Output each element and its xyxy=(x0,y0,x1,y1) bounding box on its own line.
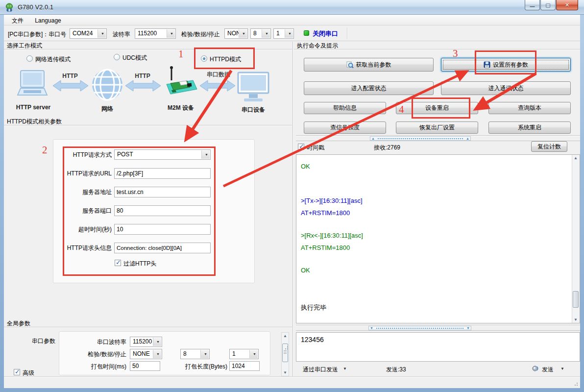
resize-grip[interactable] xyxy=(572,380,578,386)
diagram-http-server-label: HTTP server xyxy=(10,104,57,111)
annotation-box-3 xyxy=(475,50,536,74)
command-section-header: 执行命令及提示 xyxy=(294,42,580,49)
baud-label: 波特率 xyxy=(113,30,130,39)
diagram-network-label: 网络 xyxy=(91,105,123,113)
send-icon xyxy=(532,365,539,372)
window-title: G780 V2.0.1 xyxy=(18,3,53,11)
global-baud-label: 串口波特率 xyxy=(68,338,126,346)
help-info-button[interactable]: 帮助信息 xyxy=(304,102,386,114)
annotation-box-1 xyxy=(194,48,255,69)
factory-reset-button[interactable]: 恢复出厂设置 xyxy=(396,122,478,134)
advanced-checkbox[interactable] xyxy=(14,369,20,375)
diagram-link1-label: HTTP xyxy=(53,73,87,79)
timestamp-checkbox[interactable] xyxy=(298,144,304,150)
serial-device-icon xyxy=(236,72,270,103)
log-output: OK >[Tx->][16:30:11][asc] AT+RSTIM=1800 … xyxy=(296,154,580,323)
network-globe-icon xyxy=(91,69,123,101)
system-restart-button[interactable]: 系统重启 xyxy=(488,122,571,134)
radio-transparent-mode[interactable] xyxy=(26,55,33,62)
global-parity-label: 检验/数据/停止 xyxy=(68,350,126,359)
send-button[interactable]: 发送 xyxy=(542,366,554,374)
radio-udc-mode[interactable] xyxy=(114,54,120,60)
m2m-device-icon xyxy=(165,66,199,103)
annotation-number-3: 3 xyxy=(453,48,458,60)
log-line: >[Rx<-][16:30:11][asc] xyxy=(301,232,363,239)
title-bar: G780 V2.0.1 xyxy=(0,0,584,15)
global-databits-select[interactable]: 8▼ xyxy=(180,349,210,359)
parity-select[interactable]: NONI▼ xyxy=(224,28,248,39)
chevron-down-icon: ▼ xyxy=(343,367,347,371)
sent-count: 发送:33 xyxy=(386,366,406,374)
received-count: 接收:2769 xyxy=(374,144,400,152)
diagram-link3-label: 串口数据 xyxy=(199,71,238,79)
send-bar: 通过串口发送 ▼ 发送:33 发送 ▼ xyxy=(296,362,580,376)
signal-strength-button[interactable]: 查信号强度 xyxy=(304,122,386,134)
log-top-splitter[interactable]: ▲▲ xyxy=(296,135,580,141)
log-bottom-splitter[interactable]: ▼▼ xyxy=(296,325,580,331)
baud-select[interactable]: 115200▼ xyxy=(135,28,176,39)
status-bar xyxy=(4,376,580,388)
http-server-icon xyxy=(14,70,53,102)
enter-comm-button[interactable]: 进入通讯状态 xyxy=(441,81,571,95)
app-window: G780 V2.0.1 文件 Language [PC串口参数]：串口号 COM… xyxy=(0,0,584,392)
com-port-select[interactable]: COM24▼ xyxy=(70,28,107,39)
radio-transparent-mode-label[interactable]: 网络透传模式 xyxy=(35,55,71,64)
log-line: OK xyxy=(301,267,310,274)
enter-config-button[interactable]: 进入配置状态 xyxy=(304,81,434,95)
chevron-down-icon: ▼ xyxy=(560,367,564,371)
annotation-number-2: 2 xyxy=(42,144,48,156)
log-vertical-scrollbar[interactable]: ▲ ▼ xyxy=(572,155,580,323)
annotation-number-1: 1 xyxy=(178,48,184,60)
radio-udc-mode-label[interactable]: UDC模式 xyxy=(122,54,147,62)
databits-select[interactable]: 8▼ xyxy=(250,28,271,39)
pack-time-input[interactable] xyxy=(130,361,160,371)
global-parity-select[interactable]: NONE▼ xyxy=(130,349,162,359)
timestamp-label[interactable]: 时间戳 xyxy=(307,144,324,152)
menu-language[interactable]: Language xyxy=(30,15,66,26)
menu-file[interactable]: 文件 xyxy=(7,15,28,25)
annotation-box-4 xyxy=(412,98,470,119)
reset-count-button[interactable]: 复位计数 xyxy=(531,141,567,152)
pack-len-input[interactable] xyxy=(229,361,260,371)
log-line: AT+RSTIM=1800 xyxy=(301,244,350,251)
get-params-button[interactable]: 获取当前参数 xyxy=(304,58,434,72)
diagram-serial-device-label: 串口设备 xyxy=(233,106,273,114)
stopbits-select[interactable]: 1▼ xyxy=(273,28,294,39)
annotation-box-2 xyxy=(63,147,216,276)
log-line: OK xyxy=(301,163,310,170)
annotation-number-4: 4 xyxy=(399,103,404,116)
app-logo-icon xyxy=(5,3,14,12)
minimize-button[interactable] xyxy=(525,0,540,10)
query-version-button[interactable]: 查询版本 xyxy=(488,102,571,114)
pc-serial-label: [PC串口参数]：串口号 xyxy=(8,30,66,39)
menu-bar: 文件 Language xyxy=(4,15,580,25)
panel-divider xyxy=(292,42,293,376)
double-arrow-icon xyxy=(199,79,236,92)
diagram-link2-label: HTTP xyxy=(125,73,160,79)
send-via-dropdown[interactable]: 通过串口发送 xyxy=(303,366,338,374)
global-section-header: 全局参数 xyxy=(4,319,292,327)
pack-time-label: 打包时间(ms) xyxy=(68,363,126,371)
close-port-button[interactable]: 关闭串口 xyxy=(313,29,338,38)
serial-params-label: 串口参数 xyxy=(14,337,55,345)
parity-label: 检验/数据/停止 xyxy=(181,30,220,39)
log-line: 执行完毕 xyxy=(301,303,326,312)
log-line: AT+RSTIM=1800 xyxy=(301,209,350,217)
global-baud-select[interactable]: 115200▼ xyxy=(130,337,162,347)
httpd-section-header: HTTPD模式相关参数 xyxy=(4,118,292,125)
double-arrow-icon xyxy=(52,79,89,92)
global-vertical-scrollbar[interactable]: ▲ ▼ xyxy=(281,332,289,376)
send-input[interactable]: 123456 xyxy=(296,332,580,362)
toolbar-separator xyxy=(347,27,347,39)
double-arrow-icon xyxy=(124,79,162,92)
close-button[interactable] xyxy=(556,0,578,10)
magnifier-icon xyxy=(346,61,354,69)
pack-len-label: 打包长度(Bytes) xyxy=(166,363,227,371)
diagram-m2m-label: M2M 设备 xyxy=(159,104,203,112)
global-stopbits-select[interactable]: 1▼ xyxy=(229,349,259,359)
maximize-button[interactable] xyxy=(540,0,556,10)
log-line: >[Tx->][16:30:11][asc] xyxy=(301,197,363,204)
serial-toolbar: [PC串口参数]：串口号 COM24▼ 波特率 115200▼ 检验/数据/停止… xyxy=(4,25,580,41)
port-open-indicator-icon xyxy=(304,30,309,36)
